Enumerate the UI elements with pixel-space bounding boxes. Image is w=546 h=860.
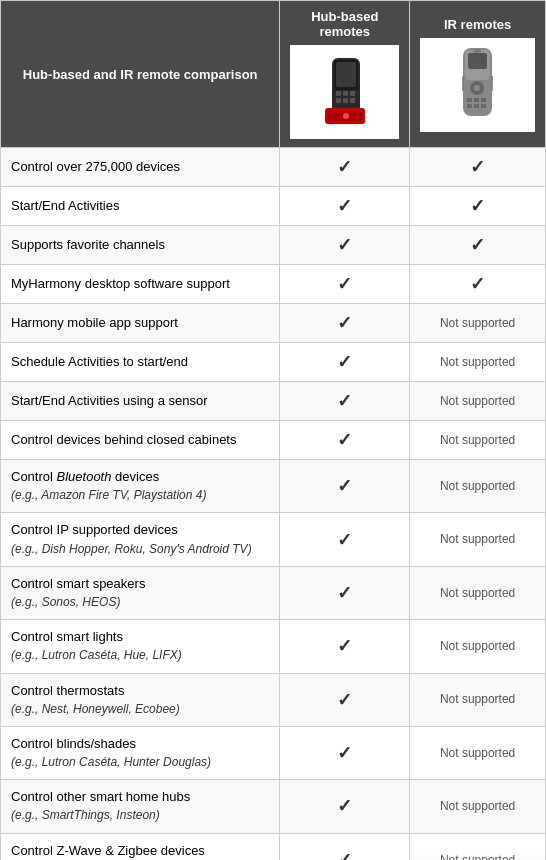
feature-text: Control smart speakers [11,576,145,591]
table-row: Control Bluetooth devices(e.g., Amazon F… [1,460,546,513]
ir-remote-image-cell [420,38,535,132]
hub-value-cell: ✓ [280,304,410,343]
feature-cell: Control Z-Wave & Zigbee devices(Using Ha… [1,833,280,860]
feature-cell: Control smart speakers(e.g., Sonos, HEOS… [1,566,280,619]
ir-value-cell: Not supported [410,421,546,460]
ir-value-cell: ✓ [410,148,546,187]
feature-text: Control blinds/shades [11,736,136,751]
table-row: Control other smart home hubs(e.g., Smar… [1,780,546,833]
ir-value-cell: Not supported [410,833,546,860]
svg-rect-18 [467,98,472,102]
hub-value-cell: ✓ [280,421,410,460]
feature-text: Control IP supported devices [11,522,178,537]
feature-sub-text: (e.g., SmartThings, Insteon) [11,808,160,822]
table-row: Control smart speakers(e.g., Sonos, HEOS… [1,566,546,619]
table-row: Control blinds/shades(e.g., Lutron Casét… [1,726,546,779]
feature-cell: Start/End Activities [1,187,280,226]
ir-value-cell: Not supported [410,382,546,421]
ir-value-cell: Not supported [410,304,546,343]
table-row: Start/End Activities✓✓ [1,187,546,226]
check-icon: ✓ [337,196,352,216]
feature-cell: Control other smart home hubs(e.g., Smar… [1,780,280,833]
ir-value-cell: Not supported [410,673,546,726]
check-icon: ✓ [337,157,352,177]
feature-text: Control smart lights [11,629,123,644]
feature-cell: Control blinds/shades(e.g., Lutron Casét… [1,726,280,779]
svg-rect-23 [481,104,486,108]
hub-value-cell: ✓ [280,833,410,860]
col2-header: Hub-based remotes [280,1,410,148]
svg-rect-8 [350,98,355,103]
svg-rect-5 [350,91,355,96]
check-icon: ✓ [470,157,485,177]
col3-label: IR remotes [420,17,535,32]
feature-cell: Control IP supported devices(e.g., Dish … [1,513,280,566]
feature-cell: Harmony mobile app support [1,304,280,343]
feature-cell: Start/End Activities using a sensor [1,382,280,421]
check-icon: ✓ [337,352,352,372]
feature-cell: MyHarmony desktop software support [1,265,280,304]
feature-sub-text: (e.g., Sonos, HEOS) [11,595,120,609]
not-supported-label: Not supported [440,433,515,447]
ir-value-cell: Not supported [410,566,546,619]
ir-value-cell: Not supported [410,343,546,382]
svg-rect-19 [474,98,479,102]
feature-cell: Control over 275,000 devices [1,148,280,187]
ir-value-cell: ✓ [410,187,546,226]
table-body: Control over 275,000 devices✓✓Start/End … [1,148,546,861]
check-icon: ✓ [337,850,352,860]
table-row: Control smart lights(e.g., Lutron Caséta… [1,620,546,673]
not-supported-label: Not supported [440,355,515,369]
svg-rect-21 [467,104,472,108]
check-icon: ✓ [470,196,485,216]
check-icon: ✓ [337,636,352,656]
svg-rect-4 [343,91,348,96]
hub-value-cell: ✓ [280,673,410,726]
not-supported-label: Not supported [440,586,515,600]
table-row: Control Z-Wave & Zigbee devices(Using Ha… [1,833,546,860]
svg-point-11 [343,113,349,119]
not-supported-label: Not supported [440,316,515,330]
col2-label: Hub-based remotes [290,9,399,39]
hub-remote-icon [317,53,372,128]
hub-value-cell: ✓ [280,726,410,779]
svg-rect-3 [336,91,341,96]
svg-rect-6 [336,98,341,103]
table-row: Harmony mobile app support✓Not supported [1,304,546,343]
feature-text: Control thermostats [11,683,124,698]
table-row: Control devices behind closed cabinets✓N… [1,421,546,460]
check-icon: ✓ [337,583,352,603]
feature-cell: Schedule Activities to start/end [1,343,280,382]
hub-value-cell: ✓ [280,513,410,566]
feature-text: Control other smart home hubs [11,789,190,804]
hub-value-cell: ✓ [280,780,410,833]
feature-sub-text: (e.g., Lutron Caséta, Hue, LIFX) [11,648,182,662]
ir-remote-icon [455,46,500,121]
svg-rect-20 [481,98,486,102]
not-supported-label: Not supported [440,479,515,493]
table-header-row: Hub-based and IR remote comparison Hub-b… [1,1,546,148]
table-row: Control thermostats(e.g., Nest, Honeywel… [1,673,546,726]
not-supported-label: Not supported [440,746,515,760]
table-row: Schedule Activities to start/end✓Not sup… [1,343,546,382]
check-icon: ✓ [337,430,352,450]
ir-value-cell: Not supported [410,780,546,833]
feature-text: Control Bluetooth devices [11,469,159,484]
feature-cell: Supports favorite channels [1,226,280,265]
svg-rect-22 [474,104,479,108]
feature-sub-text: (e.g., Amazon Fire TV, Playstation 4) [11,488,206,502]
feature-cell: Control smart lights(e.g., Lutron Caséta… [1,620,280,673]
comparison-table: Hub-based and IR remote comparison Hub-b… [0,0,546,860]
ir-value-cell: Not supported [410,620,546,673]
ir-value-cell: Not supported [410,726,546,779]
ir-value-cell: ✓ [410,226,546,265]
check-icon: ✓ [337,313,352,333]
ir-value-cell: Not supported [410,513,546,566]
svg-rect-14 [468,53,487,69]
col1-header: Hub-based and IR remote comparison [1,1,280,148]
check-icon: ✓ [337,235,352,255]
svg-rect-2 [336,62,356,87]
not-supported-label: Not supported [440,394,515,408]
feature-cell: Control Bluetooth devices(e.g., Amazon F… [1,460,280,513]
not-supported-label: Not supported [440,532,515,546]
